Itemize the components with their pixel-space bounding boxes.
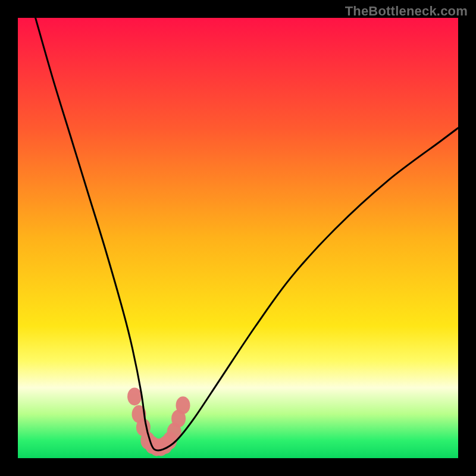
min-marker (176, 396, 190, 414)
min-marker (127, 387, 142, 405)
chart-frame: TheBottleneck.com (0, 0, 476, 476)
curve-overlay (18, 18, 458, 458)
min-markers-group (127, 387, 190, 456)
watermark-text: TheBottleneck.com (345, 4, 468, 19)
plot-area (18, 18, 458, 458)
bottleneck-curve (36, 18, 458, 450)
